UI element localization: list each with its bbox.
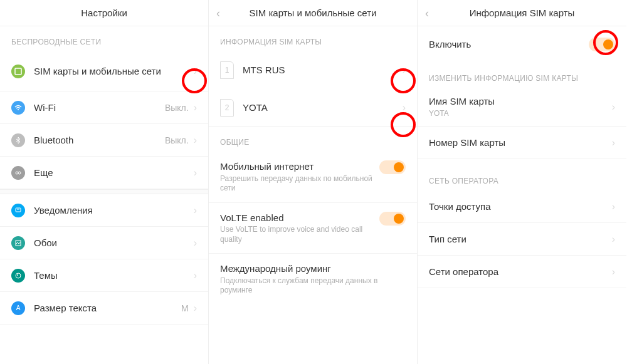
mobile-data-toggle[interactable] [379, 160, 406, 174]
sim-name-row[interactable]: Имя SIM карты YOTA › [418, 88, 626, 127]
themes-label: Темы [34, 269, 194, 282]
wifi-row[interactable]: Wi-Fi Выкл. › [0, 91, 208, 124]
apn-row[interactable]: Точки доступа › [418, 190, 626, 223]
svg-point-7 [17, 274, 18, 276]
chevron-right-icon: › [194, 135, 197, 146]
text-size-label: Размер текста [34, 302, 181, 315]
wallpaper-icon [11, 236, 25, 250]
svg-point-2 [16, 172, 18, 174]
notifications-label: Уведомления [34, 204, 194, 217]
sim-networks-panel: ‹ SIM карты и мобильные сети ИНФОРМАЦИЯ … [209, 0, 418, 364]
chevron-right-icon: › [612, 266, 615, 278]
svg-point-3 [18, 172, 21, 174]
wifi-value: Выкл. [165, 103, 189, 113]
settings-panel: Настройки БЕСПРОВОДНЫЕ СЕТИ SIM карты и … [0, 0, 209, 364]
sim-icon [11, 65, 25, 78]
bluetooth-icon [11, 133, 25, 147]
network-type-row[interactable]: Тип сети › [418, 223, 626, 256]
volte-label: VoLTE enabled [220, 212, 379, 224]
wireless-section-header: БЕСПРОВОДНЫЕ СЕТИ [0, 26, 208, 51]
more-icon [11, 166, 25, 180]
operator-section-header: СЕТЬ ОПЕРАТОРА [418, 159, 626, 190]
sim-number-row[interactable]: Номер SIM карты › [418, 127, 626, 159]
panel3-header: ‹ Информация SIM карты [418, 0, 626, 26]
svg-rect-0 [15, 68, 21, 75]
panel1-title: Настройки [81, 8, 127, 18]
sim2-icon: 2 [220, 99, 234, 117]
mobile-data-label: Мобильный интернет [220, 160, 379, 173]
enable-row[interactable]: Включить [418, 26, 626, 63]
sim1-row[interactable]: 1 MTS RUS › [209, 51, 417, 89]
chevron-right-icon: › [194, 66, 197, 77]
chevron-right-icon: › [194, 167, 197, 179]
text-size-value: M [181, 303, 189, 313]
chevron-right-icon: › [612, 201, 615, 212]
network-type-label: Тип сети [429, 233, 612, 246]
chevron-right-icon: › [403, 102, 406, 113]
wifi-icon [11, 101, 25, 115]
chevron-right-icon: › [194, 237, 197, 249]
notifications-row[interactable]: Уведомления › [0, 194, 208, 227]
roaming-row[interactable]: Международный роуминг Подключаться к слу… [209, 254, 417, 304]
sim-info-panel: ‹ Информация SIM карты Включить ИЗМЕНИТЬ… [418, 0, 626, 364]
volte-sub: Use VoLTE to improve voice and video cal… [220, 225, 379, 244]
text-size-icon: A [11, 301, 25, 315]
svg-rect-4 [16, 208, 21, 212]
chevron-right-icon: › [194, 102, 197, 113]
svg-text:A: A [16, 304, 21, 311]
sim-number-label: Номер SIM карты [429, 137, 612, 149]
operator-networks-row[interactable]: Сети оператора › [418, 256, 626, 288]
sim-info-section-header: ИНФОРМАЦИЯ SIM КАРТЫ [209, 26, 417, 51]
panel3-title: Информация SIM карты [470, 8, 575, 18]
chevron-right-icon: › [612, 137, 615, 148]
more-row[interactable]: Еще › [0, 157, 208, 189]
enable-toggle[interactable] [589, 38, 615, 51]
wifi-label: Wi-Fi [34, 101, 165, 114]
themes-row[interactable]: Темы › [0, 259, 208, 292]
mobile-data-row[interactable]: Мобильный интернет Разрешить передачу да… [209, 152, 417, 203]
svg-point-1 [18, 109, 19, 110]
sim1-icon: 1 [220, 61, 234, 79]
panel2-header: ‹ SIM карты и мобильные сети [209, 0, 417, 26]
wallpaper-label: Обои [34, 237, 194, 249]
bluetooth-label: Bluetooth [34, 134, 165, 147]
roaming-sub: Подключаться к службам передачи данных в… [220, 276, 406, 296]
chevron-right-icon: › [612, 234, 615, 245]
chevron-right-icon: › [403, 65, 406, 76]
chevron-right-icon: › [612, 101, 615, 113]
sim-mobile-networks-row[interactable]: SIM карты и мобильные сети › [0, 51, 208, 91]
divider [0, 189, 208, 194]
more-label: Еще [34, 167, 194, 179]
mobile-data-sub: Разрешить передачу данных по мобильной с… [220, 174, 379, 194]
sim2-row[interactable]: 2 YOTA › [209, 89, 417, 127]
roaming-label: Международный роуминг [220, 263, 406, 275]
back-icon[interactable]: ‹ [216, 6, 220, 19]
apn-label: Точки доступа [429, 200, 612, 213]
back-icon[interactable]: ‹ [425, 6, 429, 19]
notifications-icon [11, 204, 25, 217]
operator-networks-label: Сети оператора [429, 266, 612, 278]
sim-label: SIM карты и мобильные сети [34, 65, 194, 78]
wallpaper-row[interactable]: Обои › [0, 227, 208, 259]
bluetooth-row[interactable]: Bluetooth Выкл. › [0, 124, 208, 157]
themes-icon [11, 269, 25, 283]
sim-name-value: YOTA [429, 109, 612, 119]
general-section-header: ОБЩИЕ [209, 127, 417, 152]
chevron-right-icon: › [194, 205, 197, 216]
sim1-label: MTS RUS [243, 64, 403, 76]
text-size-row[interactable]: A Размер текста M › [0, 292, 208, 325]
chevron-right-icon: › [194, 303, 197, 314]
volte-toggle[interactable] [379, 212, 406, 226]
volte-row[interactable]: VoLTE enabled Use VoLTE to improve voice… [209, 203, 417, 254]
edit-sim-section-header: ИЗМЕНИТЬ ИНФОРМАЦИЮ SIM КАРТЫ [418, 63, 626, 88]
panel2-title: SIM карты и мобильные сети [250, 8, 377, 18]
svg-point-6 [16, 273, 21, 278]
enable-label: Включить [429, 38, 589, 51]
bluetooth-value: Выкл. [165, 135, 189, 145]
chevron-right-icon: › [194, 270, 197, 281]
sim2-label: YOTA [243, 101, 403, 114]
sim-name-label: Имя SIM карты [429, 95, 612, 108]
panel1-header: Настройки [0, 0, 208, 26]
